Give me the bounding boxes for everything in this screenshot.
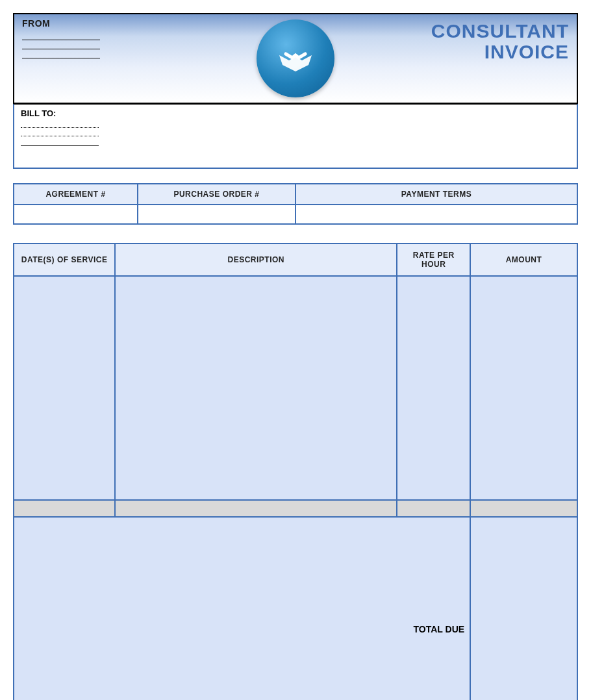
footer-desc — [115, 500, 397, 517]
amount-cell[interactable] — [470, 276, 577, 500]
terms-header: PAYMENT TERMS — [296, 184, 577, 205]
billto-line-1[interactable] — [21, 119, 99, 128]
total-due-label: TOTAL DUE — [14, 517, 470, 700]
footer-date — [14, 500, 115, 517]
from-line-1[interactable] — [22, 31, 100, 40]
from-line-3[interactable] — [22, 49, 100, 58]
items-body-row — [14, 276, 577, 500]
desc-cell[interactable] — [115, 276, 397, 500]
header-panel: FROM CONSULTANT INVOICE — [13, 13, 578, 104]
terms-cell[interactable] — [296, 205, 577, 224]
footer-amount — [470, 500, 577, 517]
col-rate-header: RATE PER HOUR — [397, 244, 470, 276]
handshake-icon — [257, 19, 334, 97]
meta-table: AGREEMENT # PURCHASE ORDER # PAYMENT TER… — [13, 183, 578, 225]
bill-to-label: BILL TO: — [21, 108, 570, 118]
total-due-value[interactable] — [470, 517, 577, 700]
items-table: DATE(S) OF SERVICE DESCRIPTION RATE PER … — [13, 243, 578, 700]
bill-to-panel: BILL TO: — [13, 104, 578, 169]
date-cell[interactable] — [14, 276, 115, 500]
po-header: PURCHASE ORDER # — [138, 184, 296, 205]
po-cell[interactable] — [138, 205, 296, 224]
title-line-1: CONSULTANT — [431, 21, 569, 42]
from-block: FROM — [22, 18, 132, 58]
billto-line-3[interactable] — [21, 138, 99, 146]
items-footer-row — [14, 500, 577, 517]
rate-cell[interactable] — [397, 276, 470, 500]
col-date-header: DATE(S) OF SERVICE — [14, 244, 115, 276]
agreement-cell[interactable] — [14, 205, 138, 224]
col-amount-header: AMOUNT — [470, 244, 577, 276]
footer-rate — [397, 500, 470, 517]
from-label: FROM — [22, 18, 132, 29]
logo — [257, 19, 334, 97]
title-line-2: INVOICE — [431, 42, 569, 62]
from-line-2[interactable] — [22, 40, 100, 49]
document-title: CONSULTANT INVOICE — [431, 21, 569, 62]
agreement-header: AGREEMENT # — [14, 184, 138, 205]
total-due-row: TOTAL DUE — [14, 517, 577, 700]
col-desc-header: DESCRIPTION — [115, 244, 397, 276]
billto-line-2[interactable] — [21, 128, 99, 136]
